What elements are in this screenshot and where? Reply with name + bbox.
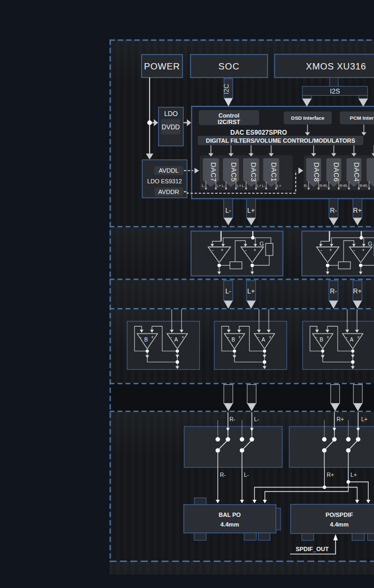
svg-text:-: - <box>321 247 322 253</box>
svg-text:POWER: POWER <box>144 61 180 72</box>
svg-text:R-: R- <box>330 207 337 214</box>
svg-text:DAC7: DAC7 <box>209 163 217 182</box>
svg-text:L+: L+ <box>257 183 261 188</box>
svg-text:G: G <box>260 241 264 247</box>
svg-text:R-: R- <box>324 183 328 188</box>
svg-text:XMOS XU316: XMOS XU316 <box>306 61 367 72</box>
svg-text:-: - <box>316 335 317 340</box>
svg-text:I2S: I2S <box>330 88 340 95</box>
svg-text:R-: R- <box>230 416 236 422</box>
svg-text:DIGITAL FILTERS/VOLUME CONTROL: DIGITAL FILTERS/VOLUME CONTROL/MODULATOR… <box>206 137 355 144</box>
svg-text:R+: R+ <box>353 288 362 295</box>
svg-text:+: + <box>182 335 184 340</box>
svg-text:+: + <box>326 335 329 340</box>
svg-text:+: + <box>269 335 271 340</box>
svg-text:L+: L+ <box>217 183 221 188</box>
svg-text:+: + <box>357 335 360 340</box>
svg-text:L+: L+ <box>247 207 255 214</box>
svg-text:-: - <box>346 335 347 340</box>
svg-text:PO/SPDIF: PO/SPDIF <box>325 512 353 518</box>
svg-text:SOC: SOC <box>219 61 240 72</box>
svg-text:R+: R+ <box>337 416 344 422</box>
svg-text:-: - <box>212 247 214 253</box>
svg-text:DVDD: DVDD <box>161 123 180 131</box>
svg-text:L+: L+ <box>361 416 368 422</box>
svg-text:R-: R- <box>220 471 227 478</box>
svg-text:B: B <box>231 337 235 343</box>
svg-text:SPDIF_OUT: SPDIF_OUT <box>295 546 329 552</box>
svg-text:I2C: I2C <box>223 84 230 94</box>
svg-text:R-: R- <box>330 288 337 295</box>
svg-text:DAC8: DAC8 <box>313 163 321 182</box>
svg-text:-: - <box>228 335 229 340</box>
svg-text:L-: L- <box>222 183 225 188</box>
svg-text:L-: L- <box>225 288 231 295</box>
svg-text:+: + <box>329 247 332 253</box>
svg-text:L+: L+ <box>277 183 281 188</box>
svg-text:L+: L+ <box>247 288 255 295</box>
svg-text:DAC ES9027SPRO: DAC ES9027SPRO <box>230 129 287 136</box>
svg-text:+: + <box>362 247 365 253</box>
svg-text:PCM Interface: PCM Interface <box>350 115 374 121</box>
svg-text:L-: L- <box>254 416 260 422</box>
svg-text:A: A <box>174 337 178 343</box>
svg-text:R-: R- <box>364 183 369 188</box>
svg-text:-: - <box>170 335 172 340</box>
svg-text:DAC1: DAC1 <box>270 163 278 182</box>
svg-text:-: - <box>245 247 247 253</box>
svg-text:+: + <box>238 335 241 340</box>
svg-text:-: - <box>140 335 142 340</box>
svg-text:DSD Interface: DSD Interface <box>291 115 324 121</box>
svg-text:L-: L- <box>262 183 266 188</box>
svg-text:4.4mm: 4.4mm <box>221 521 239 528</box>
svg-text:G: G <box>368 241 372 247</box>
svg-text:4.4mm: 4.4mm <box>330 521 349 528</box>
svg-text:-: - <box>354 247 355 253</box>
svg-text:A: A <box>261 337 265 343</box>
svg-text:DAC3: DAC3 <box>250 163 258 182</box>
svg-text:L+: L+ <box>350 471 357 478</box>
svg-text:AVDDL: AVDDL <box>159 167 179 174</box>
svg-text:I2C/RST: I2C/RST <box>217 119 240 125</box>
svg-text:L+: L+ <box>237 183 241 188</box>
svg-text:A: A <box>350 337 354 343</box>
svg-text:BAL PO: BAL PO <box>219 512 241 518</box>
svg-text:AVDDR: AVDDR <box>158 189 179 195</box>
svg-text:R+: R+ <box>327 471 334 478</box>
svg-text:DAC5: DAC5 <box>230 163 238 182</box>
svg-text:R+: R+ <box>353 207 362 214</box>
svg-text:LDO: LDO <box>164 110 178 118</box>
svg-text:+: + <box>151 335 154 340</box>
svg-text:B: B <box>320 337 323 343</box>
svg-text:DAC4: DAC4 <box>353 163 361 182</box>
svg-text:DAC6: DAC6 <box>332 163 340 182</box>
svg-text:+: + <box>221 247 224 253</box>
svg-text:LDO ES9312: LDO ES9312 <box>147 178 182 184</box>
svg-text:B: B <box>144 337 148 343</box>
svg-text:L-: L- <box>244 471 250 478</box>
svg-text:R-: R- <box>344 183 348 188</box>
svg-text:-: - <box>258 335 259 340</box>
svg-text:L-: L- <box>225 207 231 214</box>
svg-text:+: + <box>253 247 256 253</box>
svg-text:R-: R- <box>303 183 308 188</box>
svg-text:L-: L- <box>201 183 205 188</box>
svg-text:L-: L- <box>242 183 246 188</box>
svg-text:Control: Control <box>219 112 239 119</box>
